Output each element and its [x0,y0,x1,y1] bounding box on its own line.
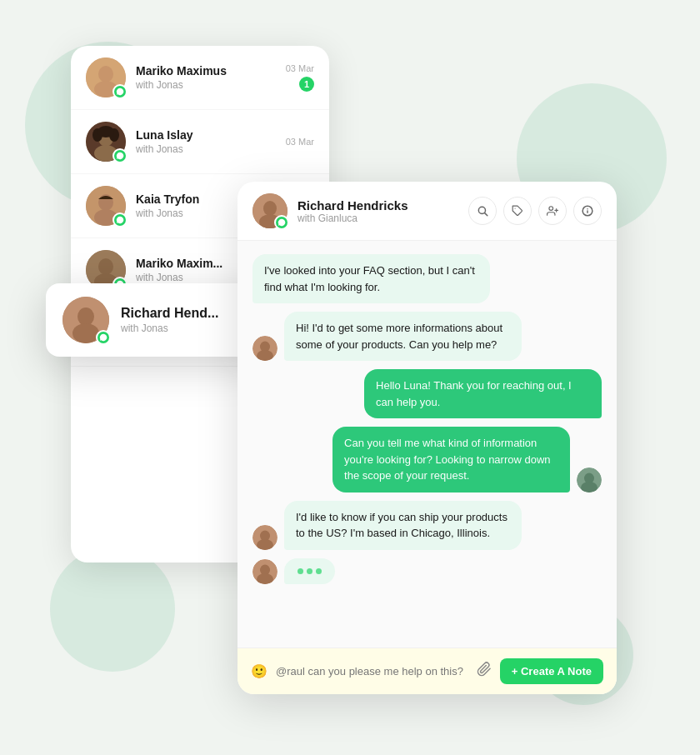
header-actions [468,197,602,225]
svg-point-27 [549,207,553,211]
attach-icon[interactable] [477,662,492,681]
chat-date: 03 Mar [286,63,314,73]
typing-dot [298,568,303,574]
chat-date: 03 Mar [286,137,314,147]
message-avatar [252,559,278,584]
message-avatar [577,468,602,492]
svg-point-8 [98,126,114,138]
typing-dot [316,568,322,574]
message-row: Hi! I'd to get some more informations ab… [252,312,602,361]
chat-info: Mariko Maximus with Jonas [136,64,276,91]
message-row: I'd like to know if you can ship your pr… [252,501,602,550]
avatar-wrap [86,186,126,226]
assign-button[interactable] [538,197,567,225]
svg-point-19 [78,308,94,326]
avatar-wrap [252,193,288,228]
chat-meta: 03 Mar 1 [286,63,314,92]
unread-badge: 1 [299,77,314,92]
message-input[interactable] [276,665,468,678]
message-row: Hello Luna! Thank you for reaching out, … [252,369,602,418]
chat-header: Richard Hendricks with Gianluca [238,182,617,241]
contact-sub: with Jonas [136,143,276,155]
create-note-label: + Create A Note [512,665,592,678]
chat-panel: Richard Hendricks with Gianluca [238,182,617,694]
message-row: I've looked into your FAQ section, but I… [252,254,602,303]
whatsapp-badge [96,330,111,345]
chat-meta: 03 Mar [286,137,314,147]
message-bubble: I've looked into your FAQ section, but I… [252,254,490,303]
whatsapp-badge [112,212,128,228]
message-bubble: Can you tell me what kind of information… [332,427,570,492]
avatar-wrap [62,297,109,343]
contact-sub: with Jonas [136,79,276,91]
chat-info: Richard Hend... with Jonas [121,306,250,334]
svg-point-20 [72,323,99,343]
header-contact-name: Richard Hendricks [298,198,458,212]
contact-name: Richard Hend... [121,306,250,321]
typing-dot [307,568,312,574]
highlighted-contact-card[interactable]: Richard Hend... with Jonas [46,283,267,357]
info-button[interactable] [573,197,602,225]
chat-info: Luna Islay with Jonas [136,128,276,155]
avatar-wrap [86,122,126,162]
message-row: Can you tell me what kind of information… [252,427,602,492]
whatsapp-badge [112,148,128,163]
avatar-wrap [86,58,126,98]
tag-button[interactable] [503,197,532,225]
create-note-button[interactable]: + Create A Note [500,658,603,684]
messages-area: I've looked into your FAQ section, but I… [238,241,617,648]
message-bubble: Hello Luna! Thank you for reaching out, … [364,369,602,418]
header-contact-sub: with Gianluca [298,212,458,224]
message-avatar [252,525,278,550]
typing-indicator [284,558,335,584]
header-info: Richard Hendricks with Gianluca [298,198,458,224]
message-avatar [252,336,278,361]
search-button[interactable] [468,197,497,225]
emoji-icon[interactable]: 🙂 [251,663,268,679]
contact-name: Luna Islay [136,128,276,142]
list-item[interactable]: Mariko Maximus with Jonas 03 Mar 1 [71,46,329,110]
list-item[interactable]: Luna Islay with Jonas 03 Mar [71,110,329,174]
whatsapp-badge [274,215,289,230]
whatsapp-badge [112,84,128,99]
input-bar: 🙂 + Create A Note [238,648,617,694]
contact-name: Mariko Maximus [136,64,276,78]
svg-point-13 [98,258,113,275]
contact-sub: with Jonas [121,322,250,334]
typing-row [252,558,602,584]
message-bubble: Hi! I'd to get some more informations ab… [284,312,522,361]
svg-point-22 [263,201,277,216]
bg-decoration-2 [50,547,175,672]
svg-line-25 [485,213,488,216]
svg-point-1 [98,66,113,82]
message-bubble: I'd like to know if you can ship your pr… [284,501,522,550]
